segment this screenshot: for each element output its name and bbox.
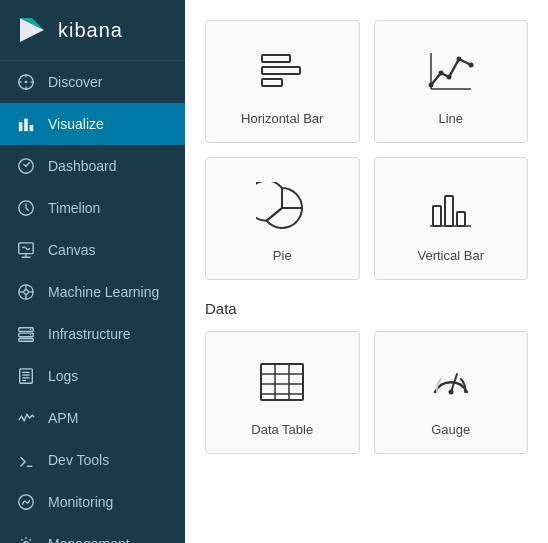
vertical-bar-icon	[423, 180, 479, 236]
card-line[interactable]: Line	[374, 20, 529, 143]
svg-point-24	[30, 329, 31, 330]
sidebar-item-infrastructure[interactable]: Infrastructure	[0, 313, 185, 355]
svg-point-16	[24, 290, 29, 295]
svg-rect-45	[445, 196, 453, 226]
dev-tools-icon	[16, 450, 36, 470]
sidebar-item-label-ml: Machine Learning	[48, 284, 159, 300]
svg-point-54	[448, 390, 453, 395]
svg-point-40	[456, 57, 461, 62]
sidebar-item-machine-learning[interactable]: Machine Learning	[0, 271, 185, 313]
sidebar-item-discover[interactable]: Discover	[0, 61, 185, 103]
canvas-icon	[16, 240, 36, 260]
sidebar-item-management[interactable]: Management	[0, 523, 185, 543]
card-label-line: Line	[438, 111, 463, 126]
sidebar-item-label-management: Management	[48, 536, 130, 543]
card-label-horizontal-bar: Horizontal Bar	[241, 111, 323, 126]
card-horizontal-bar[interactable]: Horizontal Bar	[205, 20, 360, 143]
gauge-icon	[423, 354, 479, 410]
card-label-pie: Pie	[273, 248, 292, 263]
bar-chart-icon	[16, 114, 36, 134]
card-vertical-bar[interactable]: Vertical Bar	[374, 157, 529, 280]
sidebar-item-apm[interactable]: APM	[0, 397, 185, 439]
logo-area: kibana	[0, 0, 185, 61]
data-cards-grid: Data Table Gauge	[205, 331, 528, 454]
dashboard-icon	[16, 156, 36, 176]
apm-icon	[16, 408, 36, 428]
logs-icon	[16, 366, 36, 386]
sidebar-item-label-canvas: Canvas	[48, 242, 95, 258]
app-name: kibana	[58, 19, 123, 42]
sidebar-item-label-logs: Logs	[48, 368, 78, 384]
svg-rect-46	[457, 212, 465, 226]
card-gauge[interactable]: Gauge	[374, 331, 529, 454]
svg-point-39	[446, 75, 451, 80]
card-label-gauge: Gauge	[431, 422, 470, 437]
svg-rect-8	[19, 122, 23, 131]
sidebar: kibana Discover	[0, 0, 185, 543]
sidebar-item-label-apm: APM	[48, 410, 78, 426]
card-label-data-table: Data Table	[251, 422, 313, 437]
svg-point-3	[25, 81, 28, 84]
sidebar-item-dashboard[interactable]: Dashboard	[0, 145, 185, 187]
sidebar-item-dev-tools[interactable]: Dev Tools	[0, 439, 185, 481]
sidebar-item-canvas[interactable]: Canvas	[0, 229, 185, 271]
sidebar-item-label-discover: Discover	[48, 74, 102, 90]
svg-rect-34	[262, 55, 290, 62]
svg-point-41	[468, 63, 473, 68]
pie-chart-icon	[254, 180, 310, 236]
sidebar-navigation: Discover Visualize	[0, 61, 185, 543]
sidebar-item-logs[interactable]: Logs	[0, 355, 185, 397]
svg-point-25	[30, 334, 31, 335]
data-table-icon	[254, 354, 310, 410]
sidebar-item-visualize[interactable]: Visualize	[0, 103, 185, 145]
sidebar-item-timelion[interactable]: Timelion	[0, 187, 185, 229]
sidebar-item-label-dev-tools: Dev Tools	[48, 452, 109, 468]
compass-icon	[16, 72, 36, 92]
gear-icon	[16, 534, 36, 543]
card-label-vertical-bar: Vertical Bar	[418, 248, 484, 263]
data-section-label: Data	[205, 300, 528, 317]
sidebar-item-label-infrastructure: Infrastructure	[48, 326, 130, 342]
svg-rect-9	[24, 119, 28, 132]
sidebar-item-label-timelion: Timelion	[48, 200, 100, 216]
ml-icon	[16, 282, 36, 302]
sidebar-item-monitoring[interactable]: Monitoring	[0, 481, 185, 523]
card-pie[interactable]: Pie	[205, 157, 360, 280]
svg-point-38	[438, 71, 443, 76]
sidebar-item-label-monitoring: Monitoring	[48, 494, 113, 510]
svg-rect-23	[19, 339, 33, 342]
clock-icon	[16, 198, 36, 218]
line-chart-icon	[423, 43, 479, 99]
infrastructure-icon	[16, 324, 36, 344]
sidebar-item-label-visualize: Visualize	[48, 116, 104, 132]
horizontal-bar-icon	[254, 43, 310, 99]
card-data-table[interactable]: Data Table	[205, 331, 360, 454]
data-section: Data Data Table	[205, 300, 528, 454]
monitoring-icon	[16, 492, 36, 512]
svg-rect-44	[433, 206, 441, 226]
svg-rect-35	[262, 67, 300, 74]
kibana-logo-icon	[16, 14, 48, 46]
main-content: Horizontal Bar Line	[185, 0, 548, 543]
chart-cards-grid: Horizontal Bar Line	[205, 20, 528, 280]
svg-rect-36	[262, 79, 282, 86]
svg-point-12	[25, 165, 27, 167]
sidebar-item-label-dashboard: Dashboard	[48, 158, 117, 174]
svg-rect-10	[30, 125, 34, 131]
